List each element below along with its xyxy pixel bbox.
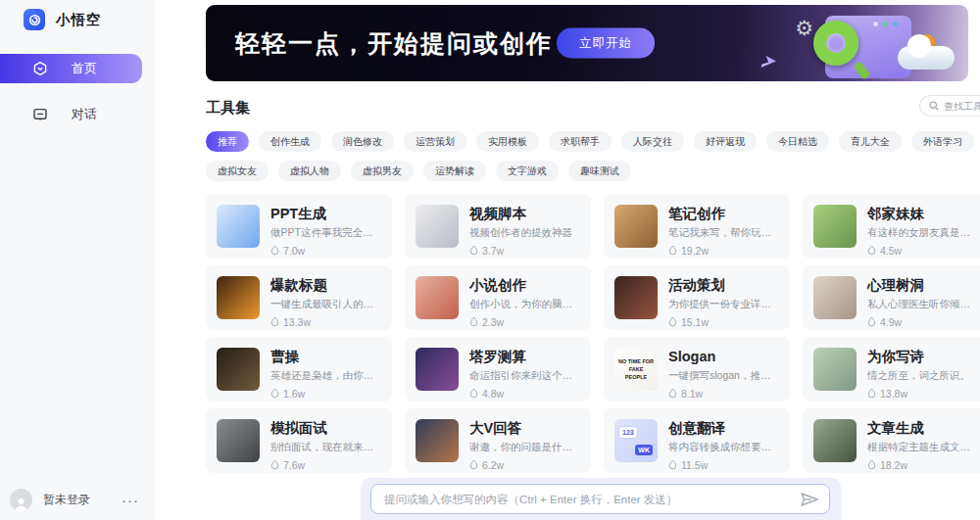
tool-card[interactable]: 大V回答 谢邀，你的问题是什么？ 6.2w <box>405 408 591 473</box>
start-now-button[interactable]: 立即开始 <box>557 28 655 59</box>
tool-card[interactable]: 邻家妹妹 有这样的女朋友真是有福气呀~ 4.5w <box>803 194 980 259</box>
tool-usage: 18.2w <box>867 459 978 471</box>
tool-card[interactable]: 视频脚本 视频创作者的提效神器 3.7w <box>405 194 591 259</box>
avatar[interactable] <box>10 489 32 511</box>
tool-card[interactable]: 文章生成 根据特定主题生成文章，还可以提更多要求。 18.2w <box>803 408 980 473</box>
tool-card[interactable]: 笔记创作 笔记我来写，帮你玩转小红书。 19.2w <box>604 194 790 259</box>
tab-今日精选[interactable]: 今日精选 <box>766 131 829 152</box>
tab-运势解读[interactable]: 运势解读 <box>423 161 486 181</box>
usage-flame-icon <box>668 245 677 256</box>
nav-label-home: 首页 <box>72 60 97 77</box>
tool-thumbnail <box>416 348 459 391</box>
tool-desc: 一键撰写slogan，推广无忧。 <box>668 369 779 383</box>
tool-card[interactable]: 曹操 英雄还是枭雄，由你来判断。 1.6w <box>206 337 392 402</box>
tool-thumbnail <box>416 419 459 462</box>
tool-card[interactable]: 123WK 创意翻译 将内容转换成你想要的任何语言风格。 11.5w <box>604 408 790 473</box>
tool-card[interactable]: 活动策划 为你提供一份专业详细的策划方案。 15.1w <box>604 265 790 330</box>
tool-thumbnail <box>217 276 260 319</box>
sidebar-item-home[interactable]: 首页 <box>0 54 142 83</box>
app-logo[interactable]: 小悟空 <box>0 0 155 30</box>
tab-人际交往[interactable]: 人际交往 <box>621 131 684 152</box>
more-icon[interactable]: ··· <box>122 492 145 508</box>
tool-card[interactable]: 小说创作 创作小说，为你的脑洞私人订制一场盛宴。 2.3w <box>405 265 591 330</box>
tool-title: 文章生成 <box>867 420 978 437</box>
tab-推荐[interactable]: 推荐 <box>206 131 249 152</box>
tool-usage: 4.5w <box>867 245 978 257</box>
tool-thumbnail <box>217 419 260 462</box>
tool-thumbnail <box>416 276 459 319</box>
tool-search[interactable] <box>919 95 980 117</box>
tool-card[interactable]: 爆款标题 一键生成最吸引人的标题。 13.3w <box>206 265 392 330</box>
tool-title: PPT生成 <box>270 206 381 222</box>
usage-flame-icon <box>469 459 478 470</box>
tool-thumbnail <box>813 205 857 248</box>
usage-count: 13.3w <box>283 316 311 328</box>
sidebar-nav: 首页 对话 <box>0 54 155 129</box>
tool-desc: 为你提供一份专业详细的策划方案。 <box>668 298 779 311</box>
usage-flame-icon <box>867 316 876 327</box>
tool-card[interactable]: 塔罗测算 命运指引你来到这个赛博塔罗屋。 4.8w <box>405 337 591 402</box>
usage-flame-icon <box>867 245 876 256</box>
prompt-input[interactable] <box>384 494 800 505</box>
tab-文字游戏[interactable]: 文字游戏 <box>496 161 559 181</box>
tool-usage: 7.6w <box>270 459 381 471</box>
thumbnail-text: NO TIME FOR FAKE PEOPLE <box>614 348 658 391</box>
tab-虚拟男友[interactable]: 虚拟男友 <box>351 161 414 181</box>
tool-cards-grid: PPT生成 做PPT这件事我完全可以代劳。 7.0w 视频脚本 视频创作者的提效… <box>206 194 980 473</box>
login-status: 暂未登录 <box>43 492 122 508</box>
sidebar: 小悟空 首页 对话 暂未登录 ··· <box>0 0 155 520</box>
tab-求职帮手[interactable]: 求职帮手 <box>549 131 612 152</box>
tool-thumbnail <box>813 348 857 391</box>
usage-count: 19.2w <box>681 245 709 257</box>
usage-flame-icon <box>270 459 279 470</box>
search-input[interactable] <box>944 101 980 112</box>
tab-外语学习[interactable]: 外语学习 <box>911 131 974 152</box>
thumbnail-badge: WK <box>635 445 653 455</box>
tool-card[interactable]: PPT生成 做PPT这件事我完全可以代劳。 7.0w <box>206 194 392 259</box>
tool-title: 塔罗测算 <box>469 349 580 365</box>
tool-desc: 别怕面试，现在就来感受真实的面试。 <box>270 441 381 454</box>
usage-count: 7.0w <box>283 245 305 257</box>
usage-count: 1.6w <box>283 388 305 400</box>
tab-运营策划[interactable]: 运营策划 <box>404 131 466 152</box>
tool-title: 活动策划 <box>668 277 779 294</box>
main-content: 轻轻一点，开始提问或创作 立即开始 ⚙ 工具集 <box>206 0 980 473</box>
tab-趣味测试[interactable]: 趣味测试 <box>568 161 631 181</box>
usage-count: 11.5w <box>681 459 708 471</box>
usage-flame-icon <box>867 388 876 399</box>
tool-card[interactable]: 为你写诗 情之所至，词之所识。 13.8w <box>803 337 980 402</box>
hero-banner: 轻轻一点，开始提问或创作 立即开始 ⚙ <box>206 5 968 81</box>
tool-usage: 4.9w <box>867 316 978 328</box>
tool-thumbnail: 123WK <box>614 419 658 462</box>
banner-title: 轻轻一点，开始提问或创作 <box>235 27 553 60</box>
tool-desc: 视频创作者的提效神器 <box>469 226 580 240</box>
search-icon <box>929 101 939 111</box>
usage-count: 4.8w <box>482 388 504 400</box>
tab-润色修改[interactable]: 润色修改 <box>331 131 394 152</box>
tab-创作生成[interactable]: 创作生成 <box>259 131 321 152</box>
tab-虚拟女友[interactable]: 虚拟女友 <box>206 161 269 181</box>
usage-count: 4.5w <box>880 245 902 257</box>
tool-card[interactable]: 心理树洞 私人心理医生听你倾诉烦恼，回答心理问题。 4.9w <box>803 265 980 330</box>
tool-title: 邻家妹妹 <box>867 206 978 222</box>
tool-usage: 8.1w <box>668 388 779 400</box>
tool-thumbnail <box>813 276 857 319</box>
tool-usage: 11.5w <box>668 459 779 471</box>
tool-card[interactable]: 模拟面试 别怕面试，现在就来感受真实的面试。 7.6w <box>206 408 392 473</box>
tool-card[interactable]: NO TIME FOR FAKE PEOPLE Slogan 一键撰写sloga… <box>604 337 790 402</box>
tab-好评返现[interactable]: 好评返现 <box>694 131 757 152</box>
tool-title: 曹操 <box>270 349 381 365</box>
send-icon[interactable] <box>800 492 819 507</box>
tool-desc: 私人心理医生听你倾诉烦恼，回答心理问题。 <box>867 298 978 311</box>
arrow-graphic <box>751 56 776 68</box>
tool-usage: 3.7w <box>469 245 580 257</box>
sidebar-item-chat[interactable]: 对话 <box>0 100 155 129</box>
usage-flame-icon <box>668 459 677 470</box>
tool-thumbnail <box>416 205 459 248</box>
tool-desc: 笔记我来写，帮你玩转小红书。 <box>668 226 779 240</box>
tab-育儿大全[interactable]: 育儿大全 <box>839 131 902 152</box>
tab-虚拟人物[interactable]: 虚拟人物 <box>278 161 341 181</box>
tab-实用模板[interactable]: 实用模板 <box>476 131 539 152</box>
usage-count: 2.3w <box>482 316 504 328</box>
usage-count: 13.8w <box>880 388 907 400</box>
